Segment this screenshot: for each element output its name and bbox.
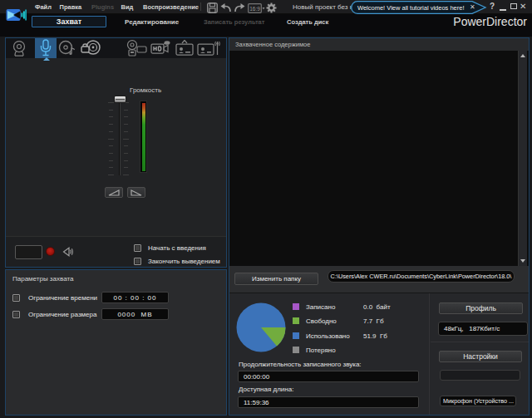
svg-text:16:9: 16:9 — [249, 6, 260, 12]
